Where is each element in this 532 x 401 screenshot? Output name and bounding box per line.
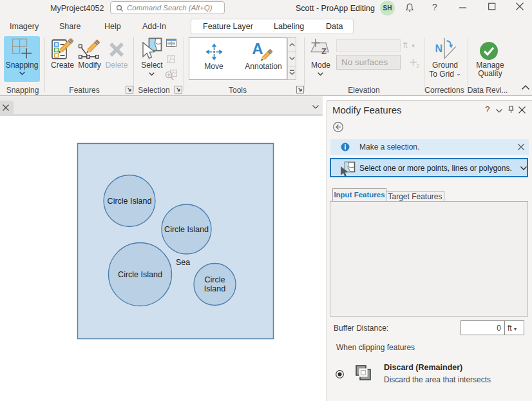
svg-text:Circle: Circle [205, 275, 225, 284]
svg-text:Circle Island: Circle Island [108, 197, 152, 206]
svg-text:Sea: Sea [176, 258, 190, 267]
svg-text:Circle Island: Circle Island [118, 270, 162, 279]
svg-text:N: N [435, 43, 443, 54]
svg-text:z: z [417, 63, 420, 69]
svg-text:Circle Island: Circle Island [164, 225, 209, 234]
svg-text:A: A [252, 40, 263, 57]
svg-text:Island: Island [204, 284, 225, 293]
svg-text:Z: Z [321, 46, 327, 56]
